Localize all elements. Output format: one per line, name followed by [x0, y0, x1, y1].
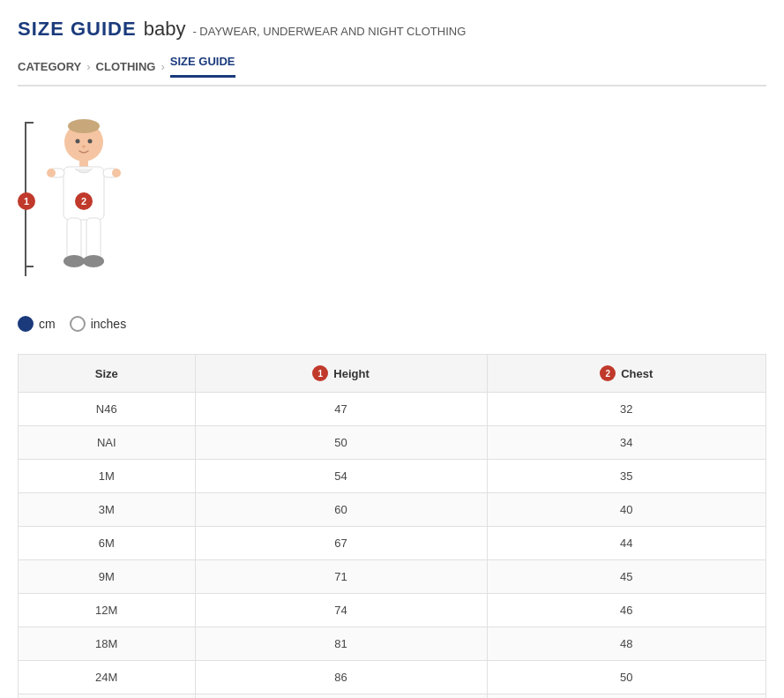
col-header-height: 1 Height [195, 355, 487, 393]
cell-size: 1M [19, 460, 196, 493]
size-table: Size 1 Height 2 Chest N464732NAI50341M54… [18, 354, 766, 698]
baby-figure: 1 [18, 113, 150, 289]
breadcrumb-clothing[interactable]: CLOTHING [96, 60, 156, 73]
svg-rect-12 [86, 218, 101, 260]
table-row: 18M8148 [19, 627, 766, 661]
table-row: N464732 [19, 393, 766, 426]
breadcrumb-sep-1: › [86, 60, 90, 73]
unit-toggle: cm inches [18, 316, 766, 332]
svg-point-3 [88, 139, 93, 144]
cell-chest: 44 [487, 527, 765, 560]
cm-radio[interactable] [18, 316, 34, 332]
cell-height: 47 [195, 393, 487, 426]
image-section: 1 [18, 113, 766, 289]
chest-badge: 2 [600, 365, 616, 381]
cell-chest: 35 [487, 460, 765, 493]
cell-height: 74 [195, 594, 487, 627]
table-row: 12M7446 [19, 594, 766, 627]
breadcrumb-size-guide[interactable]: SIZE GUIDE [170, 55, 235, 78]
cm-option[interactable]: cm [18, 316, 56, 332]
cell-size: N46 [19, 393, 196, 426]
svg-point-2 [76, 139, 80, 144]
cell-size: 36M [19, 694, 196, 699]
cell-size: NAI [19, 426, 196, 460]
cell-chest: 34 [487, 426, 765, 460]
bracket-top [25, 122, 34, 124]
table-row: 1M5435 [19, 460, 766, 493]
inches-radio[interactable] [70, 316, 86, 332]
col-header-chest: 2 Chest [487, 355, 765, 393]
cell-chest: 52 [487, 694, 765, 699]
table-row: 3M6040 [19, 493, 766, 527]
cell-size: 6M [19, 527, 196, 560]
inches-option[interactable]: inches [70, 316, 126, 332]
badge-chest: 2 [75, 192, 93, 210]
table-header-row: Size 1 Height 2 Chest [19, 355, 766, 393]
title-sub: baby [144, 18, 186, 41]
svg-point-4 [82, 146, 86, 148]
table-row: 9M7145 [19, 560, 766, 594]
cell-chest: 46 [487, 594, 765, 627]
cell-size: 24M [19, 661, 196, 694]
title-main: SIZE GUIDE [18, 18, 137, 41]
cm-label: cm [39, 317, 56, 331]
svg-point-9 [47, 169, 56, 177]
cell-height: 95 [195, 694, 487, 699]
breadcrumb-category[interactable]: CATEGORY [18, 60, 81, 73]
bracket-bottom [25, 266, 34, 267]
svg-point-14 [83, 255, 104, 267]
table-row: 6M6744 [19, 527, 766, 560]
svg-point-13 [63, 255, 85, 267]
inches-label: inches [91, 317, 126, 331]
cell-height: 81 [195, 627, 487, 661]
page-wrapper: SIZE GUIDE baby - DAYWEAR, UNDERWEAR AND… [0, 0, 784, 698]
cell-chest: 32 [487, 393, 765, 426]
badge-height: 1 [18, 192, 35, 210]
cell-height: 71 [195, 560, 487, 594]
cell-size: 12M [19, 594, 196, 627]
cell-height: 67 [195, 527, 487, 560]
table-row: NAI5034 [19, 426, 766, 460]
svg-point-1 [68, 119, 100, 133]
svg-rect-11 [67, 218, 81, 260]
cell-size: 9M [19, 560, 196, 594]
cell-chest: 40 [487, 493, 765, 527]
cell-size: 18M [19, 627, 196, 661]
svg-point-10 [112, 169, 121, 177]
cell-height: 50 [195, 426, 487, 460]
cell-height: 60 [195, 493, 487, 527]
col-header-size: Size [19, 355, 196, 393]
cell-height: 86 [195, 661, 487, 694]
cell-chest: 48 [487, 627, 765, 661]
breadcrumb: CATEGORY › CLOTHING › SIZE GUIDE [18, 55, 766, 86]
title-desc: - DAYWEAR, UNDERWEAR AND NIGHT CLOTHING [192, 25, 466, 38]
page-title-area: SIZE GUIDE baby - DAYWEAR, UNDERWEAR AND… [18, 18, 766, 41]
cell-size: 3M [19, 493, 196, 527]
cell-chest: 45 [487, 560, 765, 594]
table-row: 36M9552 [19, 694, 766, 699]
cell-height: 54 [195, 460, 487, 493]
table-row: 24M8650 [19, 661, 766, 694]
breadcrumb-sep-2: › [161, 60, 164, 73]
cell-chest: 50 [487, 661, 765, 694]
height-badge: 1 [312, 365, 328, 381]
